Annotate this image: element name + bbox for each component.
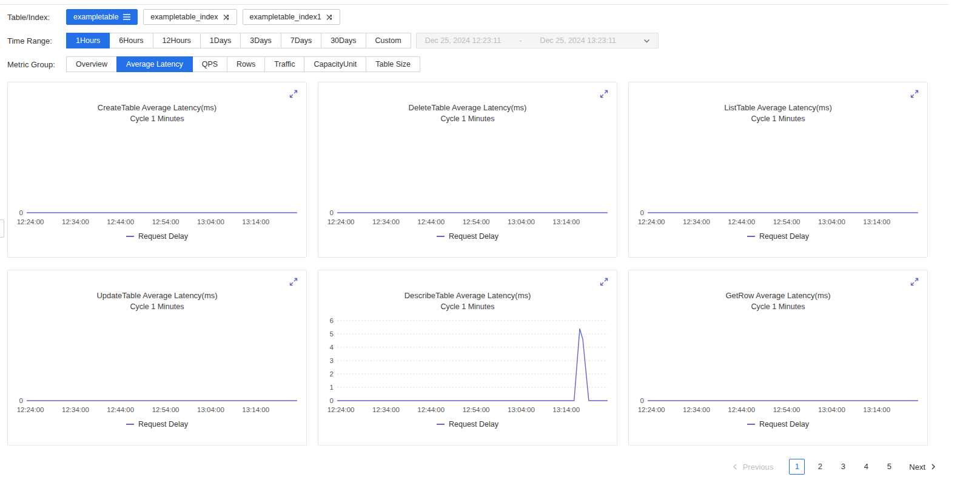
chart-title: UpdateTable Average Latency(ms) <box>8 291 306 300</box>
legend-label: Request Delay <box>759 420 809 429</box>
metric-group-capacityunit[interactable]: CapacityUnit <box>304 56 366 72</box>
svg-text:12:34:00: 12:34:00 <box>683 218 710 225</box>
svg-text:5: 5 <box>330 330 334 338</box>
pagination: Previous 12345 Next <box>7 459 937 475</box>
time-range-custom[interactable]: Custom <box>366 33 411 48</box>
legend-dash-icon <box>437 236 445 237</box>
svg-text:13:14:00: 13:14:00 <box>552 406 580 413</box>
svg-text:12:54:00: 12:54:00 <box>773 406 800 413</box>
metric-group-average-latency[interactable]: Average Latency <box>116 56 193 72</box>
chevron-down-icon <box>643 37 651 45</box>
expand-icon[interactable] <box>289 278 298 286</box>
chevron-left-icon <box>731 462 739 471</box>
metric-group-row: Metric Group: OverviewAverage LatencyQPS… <box>7 56 973 72</box>
chart-plot: 012345612:24:0012:34:0012:44:0012:54:001… <box>318 315 617 418</box>
page-3[interactable]: 3 <box>835 459 851 475</box>
index-icon <box>326 14 333 21</box>
svg-text:12:24:00: 12:24:00 <box>17 406 44 413</box>
svg-text:12:54:00: 12:54:00 <box>773 218 800 225</box>
metric-group-qps[interactable]: QPS <box>192 56 227 72</box>
svg-text:1: 1 <box>330 384 334 391</box>
legend-dash-icon <box>747 424 755 425</box>
svg-text:12:44:00: 12:44:00 <box>728 406 755 413</box>
expand-icon[interactable] <box>910 278 919 286</box>
date-range-picker[interactable]: Dec 25, 2024 12:23:11 - Dec 25, 2024 13:… <box>416 33 659 48</box>
metric-group-table-size[interactable]: Table Size <box>366 56 420 72</box>
page-1[interactable]: 1 <box>789 459 805 475</box>
metric-group-overview[interactable]: Overview <box>66 56 117 72</box>
time-range-30days[interactable]: 30Days <box>321 33 366 48</box>
expand-icon[interactable] <box>600 90 608 98</box>
svg-text:13:14:00: 13:14:00 <box>863 406 890 413</box>
svg-text:12:34:00: 12:34:00 <box>683 406 710 413</box>
svg-text:13:04:00: 13:04:00 <box>818 406 845 413</box>
table-chip-exampletable[interactable]: exampletable <box>66 9 138 25</box>
previous-page-button[interactable]: Previous <box>731 462 774 472</box>
chart-card-3: UpdateTable Average Latency(ms) Cycle 1 … <box>7 270 307 445</box>
chevron-right-icon <box>930 462 937 471</box>
expand-icon[interactable] <box>600 278 608 286</box>
chart-plot: 012:24:0012:34:0012:44:0012:54:0013:04:0… <box>629 127 927 230</box>
chart-legend[interactable]: Request Delay <box>8 420 306 429</box>
next-label: Next <box>909 462 925 472</box>
chart-legend[interactable]: Request Delay <box>629 420 927 429</box>
time-range-1hours[interactable]: 1Hours <box>66 33 110 48</box>
time-range-7days[interactable]: 7Days <box>281 33 321 48</box>
time-range-12hours[interactable]: 12Hours <box>153 33 201 48</box>
expand-icon[interactable] <box>910 90 919 98</box>
top-divider <box>0 0 949 5</box>
svg-text:12:54:00: 12:54:00 <box>152 406 180 413</box>
time-range-6hours[interactable]: 6Hours <box>109 33 153 48</box>
legend-label: Request Delay <box>759 232 809 241</box>
legend-label: Request Delay <box>449 420 498 429</box>
chart-card-2: ListTable Average Latency(ms) Cycle 1 Mi… <box>628 82 928 258</box>
table-chip-label: exampletable_index1 <box>250 13 321 21</box>
chart-legend[interactable]: Request Delay <box>318 420 617 429</box>
table-chip-exampletable_index1[interactable]: exampletable_index1 <box>243 9 340 25</box>
chart-legend[interactable]: Request Delay <box>629 232 927 241</box>
svg-text:12:54:00: 12:54:00 <box>463 406 490 413</box>
time-range-row: Time Range: 1Hours6Hours12Hours1Days3Day… <box>7 33 973 48</box>
chart-title: CreateTable Average Latency(ms) <box>8 103 306 112</box>
index-icon <box>223 14 230 21</box>
page-5[interactable]: 5 <box>881 459 897 475</box>
svg-text:12:24:00: 12:24:00 <box>327 406 355 413</box>
chart-plot: 012:24:0012:34:0012:44:0012:54:0013:04:0… <box>318 127 617 230</box>
metric-group-rows[interactable]: Rows <box>227 56 265 72</box>
time-range-label: Time Range: <box>7 36 66 45</box>
page-2[interactable]: 2 <box>812 459 828 475</box>
expand-icon[interactable] <box>289 90 298 98</box>
table-chip-exampletable_index[interactable]: exampletable_index <box>143 9 237 25</box>
svg-text:4: 4 <box>330 344 334 351</box>
svg-text:12:24:00: 12:24:00 <box>638 406 665 413</box>
chart-subtitle: Cycle 1 Minutes <box>8 115 306 123</box>
svg-text:12:44:00: 12:44:00 <box>107 218 134 225</box>
filter-controls: Table/Index: exampletableexampletable_in… <box>0 5 980 72</box>
svg-text:6: 6 <box>330 317 334 324</box>
svg-text:12:24:00: 12:24:00 <box>17 218 44 225</box>
previous-label: Previous <box>743 462 774 472</box>
sidebar-collapse-handle[interactable] <box>0 219 4 238</box>
metric-group-label: Metric Group: <box>7 60 66 69</box>
svg-text:3: 3 <box>330 357 334 364</box>
chart-plot: 012:24:0012:34:0012:44:0012:54:0013:04:0… <box>629 315 927 418</box>
svg-text:0: 0 <box>640 209 644 216</box>
metric-group-traffic[interactable]: Traffic <box>264 56 304 72</box>
next-page-button[interactable]: Next <box>909 462 937 472</box>
chart-plot: 012:24:0012:34:0012:44:0012:54:0013:04:0… <box>8 127 306 230</box>
chart-legend[interactable]: Request Delay <box>318 232 617 241</box>
svg-text:12:34:00: 12:34:00 <box>372 406 400 413</box>
page-4[interactable]: 4 <box>858 459 874 475</box>
legend-dash-icon <box>747 236 755 237</box>
svg-text:13:14:00: 13:14:00 <box>863 218 890 225</box>
svg-text:13:04:00: 13:04:00 <box>197 406 224 413</box>
chart-subtitle: Cycle 1 Minutes <box>629 302 927 311</box>
chart-legend[interactable]: Request Delay <box>8 232 306 241</box>
svg-text:0: 0 <box>330 209 334 216</box>
svg-text:12:44:00: 12:44:00 <box>417 218 445 225</box>
svg-text:12:44:00: 12:44:00 <box>728 218 755 225</box>
chart-subtitle: Cycle 1 Minutes <box>8 302 306 311</box>
time-range-3days[interactable]: 3Days <box>240 33 281 48</box>
date-separator: - <box>519 36 522 45</box>
time-range-1days[interactable]: 1Days <box>200 33 241 48</box>
